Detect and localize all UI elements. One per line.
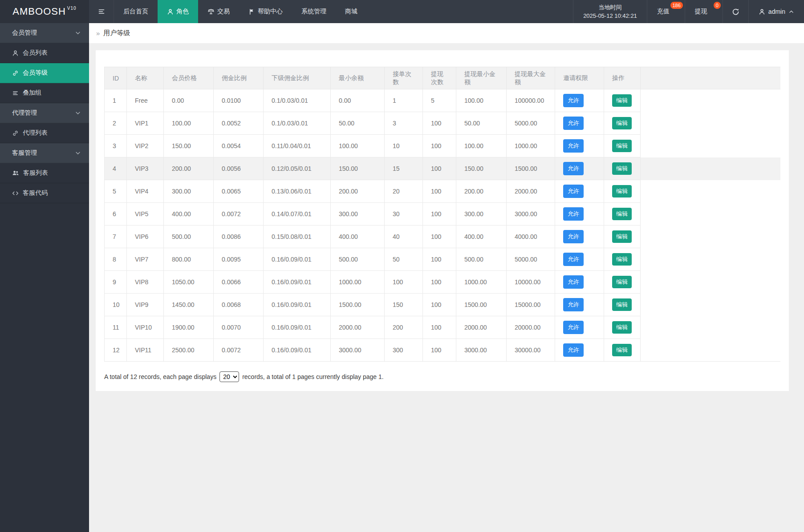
table-cell: 500.00 (456, 248, 507, 271)
withdraw-button[interactable]: 提现 0 (685, 0, 723, 23)
edit-button[interactable]: 编辑 (612, 276, 632, 288)
sidebar-group-service[interactable]: 客服管理 (0, 143, 89, 163)
invite-permission-cell: 允许 (555, 157, 604, 180)
sidebar-item-member-list[interactable]: 会员列表 (0, 43, 89, 63)
allow-button[interactable]: 允许 (563, 162, 584, 175)
table-cell: 300.00 (456, 203, 507, 226)
table-cell: 1000.00 (331, 271, 385, 294)
nav-system[interactable]: 系统管理 (292, 0, 336, 23)
sidebar-group-agent[interactable]: 代理管理 (0, 103, 89, 123)
sidebar-item-service-list[interactable]: 客服列表 (0, 163, 89, 183)
edit-button[interactable]: 编辑 (612, 208, 632, 220)
sidebar-item-member-level[interactable]: 会员等级 (0, 63, 89, 83)
table-cell: 100.00 (164, 112, 214, 135)
nav-system-label: 系统管理 (301, 8, 326, 16)
sidebar-item-service-list-label: 客服列表 (23, 169, 48, 177)
table-cell: 5000.00 (507, 112, 555, 135)
edit-button[interactable]: 编辑 (612, 253, 632, 266)
table-cell: 20000.00 (507, 316, 555, 339)
invite-permission-cell: 允许 (555, 226, 604, 248)
column-header: 名称 (127, 67, 164, 89)
allow-button[interactable]: 允许 (563, 230, 584, 243)
edit-button[interactable]: 编辑 (612, 162, 632, 175)
nav-help-center[interactable]: 帮助中心 (239, 0, 292, 23)
table-cell: 300.00 (331, 203, 385, 226)
table-cell: 50.00 (456, 112, 507, 135)
menu-icon (98, 8, 105, 15)
table-cell: 400.00 (331, 226, 385, 248)
allow-button[interactable]: 允许 (563, 185, 584, 198)
nav-roles[interactable]: 角色 (158, 0, 198, 23)
table-cell: 30000.00 (507, 339, 555, 362)
sidebar-group-member[interactable]: 会员管理 (0, 23, 89, 43)
pagination-text-after: records, a total of 1 pages currently di… (242, 373, 384, 380)
nav-dashboard[interactable]: 后台首页 (114, 0, 158, 23)
action-cell: 编辑 (604, 316, 641, 339)
table-cell: 100 (385, 271, 423, 294)
edit-button[interactable]: 编辑 (612, 321, 632, 334)
allow-button[interactable]: 允许 (563, 139, 584, 153)
user-menu[interactable]: admin (748, 0, 804, 23)
users-icon (12, 169, 19, 177)
edit-button[interactable]: 编辑 (612, 230, 632, 243)
action-cell: 编辑 (604, 203, 641, 226)
app-logo: AMBOOSHV10 (0, 0, 89, 23)
sidebar-item-agent-list-label: 代理列表 (23, 129, 48, 137)
sidebar: 会员管理会员列表会员等级叠加组代理管理代理列表客服管理客服列表客服代码 (0, 23, 89, 532)
column-header: 提现最小金额 (456, 67, 507, 89)
table-cell: VIP3 (127, 157, 164, 180)
sidebar-item-service-code[interactable]: 客服代码 (0, 183, 89, 203)
invite-permission-cell: 允许 (555, 271, 604, 294)
table-cell: 0.0066 (214, 271, 264, 294)
table-cell: 100.00 (456, 135, 507, 157)
filler-cell (641, 112, 781, 135)
allow-button[interactable]: 允许 (563, 94, 584, 107)
table-card: ID名称会员价格佣金比例下级佣金比例最小余额接单次数提现次数提现最小金额提现最大… (96, 50, 789, 391)
table-cell: 200.00 (331, 180, 385, 203)
invite-permission-cell: 允许 (555, 112, 604, 135)
sidebar-item-member-level-label: 会员等级 (23, 69, 48, 77)
filler-cell (641, 89, 781, 112)
table-cell: 0.00 (331, 89, 385, 112)
menu-toggle-button[interactable] (89, 0, 114, 23)
table-cell: 0.00 (164, 89, 214, 112)
allow-button[interactable]: 允许 (563, 207, 584, 221)
sidebar-item-stack-group[interactable]: 叠加组 (0, 83, 89, 103)
allow-button[interactable]: 允许 (563, 321, 584, 334)
sidebar-group-member-label: 会员管理 (12, 29, 37, 37)
recharge-button[interactable]: 充值 186 (647, 0, 685, 23)
user-level-table: ID名称会员价格佣金比例下级佣金比例最小余额接单次数提现次数提现最小金额提现最大… (104, 67, 780, 362)
edit-button[interactable]: 编辑 (612, 298, 632, 311)
edit-button[interactable]: 编辑 (612, 117, 632, 129)
action-cell: 编辑 (604, 226, 641, 248)
edit-button[interactable]: 编辑 (612, 140, 632, 152)
refresh-icon (732, 8, 739, 16)
table-row: 9VIP81050.000.00660.16/0.09/0.011000.001… (105, 271, 781, 294)
refresh-button[interactable] (723, 0, 748, 23)
nav-trade[interactable]: 交易 (198, 0, 239, 23)
table-cell: VIP2 (127, 135, 164, 157)
table-cell: 8 (105, 248, 127, 271)
table-cell: 0.0072 (214, 203, 264, 226)
allow-button[interactable]: 允许 (563, 343, 584, 357)
edit-button[interactable]: 编辑 (612, 94, 632, 107)
nav-roles-label: 角色 (176, 8, 189, 16)
nav-mall[interactable]: 商城 (336, 0, 367, 23)
allow-button[interactable]: 允许 (563, 298, 584, 311)
table-cell: 100 (423, 248, 456, 271)
allow-button[interactable]: 允许 (563, 253, 584, 266)
edit-button[interactable]: 编辑 (612, 185, 632, 197)
filler-cell (641, 248, 781, 271)
sidebar-item-agent-list[interactable]: 代理列表 (0, 123, 89, 143)
sidebar-group-service-label: 客服管理 (12, 149, 37, 157)
edit-button[interactable]: 编辑 (612, 344, 632, 356)
filler-cell (641, 180, 781, 203)
allow-button[interactable]: 允许 (563, 117, 584, 130)
table-cell: 150.00 (456, 157, 507, 180)
page-size-select[interactable]: 20 (219, 371, 239, 382)
table-cell: 100 (423, 157, 456, 180)
table-cell: VIP9 (127, 294, 164, 316)
allow-button[interactable]: 允许 (563, 275, 584, 289)
sidebar-item-service-code-label: 客服代码 (23, 189, 48, 197)
table-row: 2VIP1100.000.00520.1/0.03/0.0150.0031005… (105, 112, 781, 135)
